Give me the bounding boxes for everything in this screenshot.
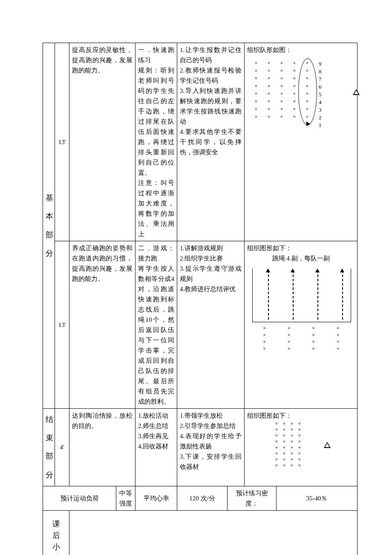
x-mark: × bbox=[326, 332, 351, 338]
organization-cell: 组织图形如下： ×××××××××××××××××××××××××××××××× bbox=[245, 409, 357, 486]
x-mark: × bbox=[273, 427, 280, 433]
x-mark: × bbox=[262, 83, 275, 91]
org-title: 组织图形如下： bbox=[247, 410, 355, 421]
formation-diagram-1: ××××××××××××××××××××××××××××××××××××××××… bbox=[247, 55, 362, 136]
footer-row: 预计运动负荷 中等强度 平均心率 120 次/分 预计练习密度： 35-40％ bbox=[43, 486, 357, 510]
x-mark: × bbox=[296, 457, 303, 462]
x-mark: × bbox=[250, 68, 262, 75]
density-label: 预计练习密度： bbox=[228, 486, 277, 510]
x-mark: × bbox=[288, 439, 296, 445]
x-mark: × bbox=[275, 68, 288, 75]
lane-line bbox=[317, 270, 318, 320]
hr-value: 120 次/分 bbox=[177, 486, 228, 510]
x-block: ×××××××××××××××××××××××××××××××× bbox=[273, 421, 303, 468]
list-item: 2.师生总结 bbox=[138, 421, 174, 431]
formation-diagram-2: ×××××××××××××××× bbox=[247, 263, 362, 361]
x-mark: × bbox=[275, 106, 288, 114]
summary-content bbox=[69, 510, 357, 555]
x-mark: × bbox=[288, 114, 301, 121]
x-mark: × bbox=[296, 462, 303, 468]
team-grid: ×××××××××××××××× bbox=[252, 325, 350, 352]
load-label: 预计运动负荷 bbox=[43, 486, 116, 510]
x-mark: × bbox=[273, 462, 280, 468]
content-cell: 二．游戏：接力跑 将学生按人数相等分成4对，沿跑道快速跑到标志线后，跳绳10个，… bbox=[135, 241, 177, 409]
x-mark: × bbox=[262, 75, 275, 83]
lane-line bbox=[268, 270, 269, 320]
lesson-plan-table: 基 本 部 分 13' 提高反应的灵敏性，提高跑的兴趣，发展跑的能力。 一．快速… bbox=[43, 43, 357, 555]
list-item: 1.带领学生放松 bbox=[180, 410, 242, 421]
x-mark: × bbox=[288, 457, 296, 462]
lane-line bbox=[293, 270, 294, 320]
content-body: 将学生按人数相等分成4对，沿跑道快速跑到标志线后，跳绳10个，然后返回队伍与下一… bbox=[138, 263, 174, 407]
content-body: 规则：听到老师叫到号码的学生先往自己的左手边跑，绕过排尾在队伍后面快速跑，再绕过… bbox=[138, 65, 174, 178]
teaching-cell: 1.讲解游戏规则 2.组织学生比赛 3.提示学生遵守游戏规则 4.教师进行总结评… bbox=[177, 241, 245, 409]
org-subtitle: 跳绳 4 副，每队一副 bbox=[247, 253, 355, 263]
content-cell: 一．快速跑练习 规则：听到老师叫到号码的学生先往自己的左手边跑，绕过排尾在队伍后… bbox=[135, 43, 177, 241]
x-mark: × bbox=[275, 60, 288, 68]
x-mark: × bbox=[250, 83, 262, 91]
x-mark: × bbox=[288, 462, 296, 468]
x-mark: × bbox=[280, 451, 288, 457]
x-mark: × bbox=[301, 345, 326, 352]
x-mark: × bbox=[280, 462, 288, 468]
list-item: 2.组织学生比赛 bbox=[180, 253, 242, 263]
x-mark: × bbox=[301, 338, 326, 345]
teaching-cell: 1.带领学生放松 2.引导学生参加总结 4.表现好的学生给予激励性表扬 3.下课… bbox=[177, 409, 245, 486]
lane-line bbox=[342, 270, 343, 320]
time-cell: 13' bbox=[55, 43, 69, 241]
x-mark: × bbox=[301, 332, 326, 338]
x-mark: × bbox=[262, 68, 275, 75]
x-mark: × bbox=[275, 114, 288, 121]
x-mark: × bbox=[262, 91, 275, 98]
list-item: 2.引导学生参加总结 bbox=[180, 421, 242, 431]
x-mark: × bbox=[280, 439, 288, 445]
x-mark: × bbox=[277, 338, 302, 345]
x-mark: × bbox=[250, 114, 262, 121]
x-mark: × bbox=[326, 338, 351, 345]
org-title: 组织队形如图： bbox=[247, 45, 355, 55]
x-mark: × bbox=[262, 114, 275, 121]
number-column: 98 76 54 32 1 bbox=[319, 60, 322, 129]
x-mark: × bbox=[296, 433, 303, 439]
x-mark: × bbox=[296, 439, 303, 445]
x-mark: × bbox=[288, 433, 296, 439]
x-mark: × bbox=[288, 445, 296, 451]
list-item: 3.提示学生遵守游戏规则 bbox=[180, 263, 242, 284]
table-row: 结 束 部 分 4' 达到陶冶情操，放松的目的。 1.放松活动 2.师生总结 3… bbox=[43, 409, 357, 486]
track-box bbox=[252, 269, 351, 322]
x-mark: × bbox=[296, 451, 303, 457]
formation-diagram-3: ×××××××××××××××××××××××××××××××× bbox=[247, 421, 362, 480]
x-mark: × bbox=[288, 427, 296, 433]
x-mark: × bbox=[288, 68, 301, 75]
x-mark: × bbox=[277, 325, 302, 332]
x-mark: × bbox=[280, 457, 288, 462]
content-note: 注意：叫号过程中逐渐加大难度，将数学的加法、乘法用上 bbox=[138, 178, 174, 239]
arrowhead-icon bbox=[315, 269, 320, 272]
x-mark: × bbox=[262, 106, 275, 114]
org-title: 组织图形如下： bbox=[247, 243, 355, 253]
list-item: 1.放松活动 bbox=[138, 410, 174, 421]
content-heading: 二．游戏：接力跑 bbox=[138, 243, 174, 263]
list-item: 3.师生再见 bbox=[138, 431, 174, 441]
triangle-icon bbox=[324, 442, 331, 448]
list-item: 1.讲解游戏规则 bbox=[180, 243, 242, 253]
x-mark: × bbox=[250, 98, 262, 106]
list-item: 4.教师进行总结评优 bbox=[180, 284, 242, 294]
density-value: 35-40％ bbox=[277, 486, 357, 510]
organization-cell: 组织队形如图： ××××××××××××××××××××××××××××××××… bbox=[245, 43, 357, 241]
summary-row: 课 后 小 结 bbox=[43, 510, 357, 555]
list-item: 4.表现好的学生给予激励性表扬 bbox=[180, 431, 242, 451]
arrowhead-icon bbox=[291, 269, 295, 272]
x-mark: × bbox=[301, 325, 326, 332]
goal-cell: 提高反应的灵敏性，提高跑的兴趣，发展跑的能力。 bbox=[69, 43, 135, 241]
goal-cell: 养成正确跑的姿势和在跑道内跑的习惯，提高跑的兴趣，发展跑的能力。 bbox=[69, 241, 135, 409]
x-mark: × bbox=[280, 445, 288, 451]
x-mark: × bbox=[326, 325, 351, 332]
x-mark: × bbox=[252, 338, 277, 345]
arrowhead-icon bbox=[266, 269, 270, 272]
x-mark: × bbox=[273, 457, 280, 462]
x-mark: × bbox=[250, 60, 262, 68]
x-mark: × bbox=[262, 98, 275, 106]
x-mark: × bbox=[277, 332, 302, 338]
x-mark: × bbox=[288, 421, 296, 427]
